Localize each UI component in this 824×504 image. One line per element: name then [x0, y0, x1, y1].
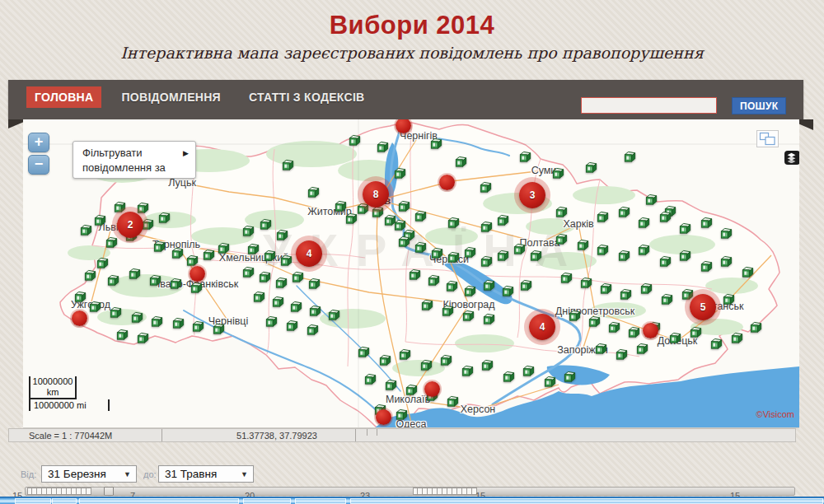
- report-marker[interactable]: [431, 247, 443, 259]
- report-marker[interactable]: [74, 291, 87, 303]
- report-marker[interactable]: [720, 255, 733, 268]
- report-marker[interactable]: [358, 346, 370, 358]
- report-marker[interactable]: [137, 202, 149, 214]
- date-from-select[interactable]: 31 Березня ▼: [41, 465, 137, 483]
- report-marker[interactable]: [497, 250, 509, 262]
- timeline-band[interactable]: [0, 497, 824, 504]
- report-marker[interactable]: [158, 212, 171, 224]
- report-marker[interactable]: [461, 365, 474, 377]
- report-marker[interactable]: [519, 151, 531, 163]
- report-cluster[interactable]: 4: [529, 314, 555, 340]
- report-marker[interactable]: [720, 227, 733, 240]
- report-marker[interactable]: [446, 280, 458, 292]
- report-marker[interactable]: [502, 285, 514, 297]
- report-marker[interactable]: [742, 266, 754, 278]
- report-marker[interactable]: [253, 291, 265, 303]
- search-button[interactable]: ПОШУК: [732, 97, 786, 114]
- report-cluster[interactable]: 3: [519, 182, 545, 208]
- report-marker[interactable]: [396, 408, 408, 421]
- report-marker[interactable]: [447, 251, 460, 264]
- report-marker[interactable]: [203, 249, 215, 261]
- report-marker[interactable]: [588, 315, 601, 328]
- report-marker[interactable]: [569, 310, 581, 322]
- report-marker[interactable]: [192, 320, 204, 333]
- report-marker[interactable]: [628, 326, 640, 338]
- report-marker[interactable]: [399, 348, 411, 361]
- report-marker[interactable]: [638, 244, 650, 256]
- report-marker[interactable]: [503, 371, 515, 383]
- report-marker[interactable]: [80, 224, 92, 236]
- report-marker[interactable]: [131, 311, 143, 324]
- report-marker[interactable]: [151, 315, 163, 328]
- report-marker[interactable]: [272, 296, 284, 308]
- report-marker[interactable]: [455, 156, 467, 168]
- filter-reports-menu[interactable]: Фільтрувати повідомлення за ▶: [73, 141, 196, 179]
- report-marker[interactable]: [442, 305, 454, 317]
- report-marker[interactable]: [616, 348, 628, 361]
- report-marker[interactable]: [640, 282, 653, 295]
- report-marker[interactable]: [560, 272, 573, 284]
- report-marker[interactable]: [595, 343, 607, 355]
- report-marker[interactable]: [577, 239, 589, 251]
- report-marker[interactable]: [286, 320, 298, 332]
- report-marker[interactable]: [379, 354, 391, 366]
- report-marker[interactable]: [723, 293, 735, 306]
- report-dot-marker[interactable]: [376, 409, 391, 425]
- report-marker[interactable]: [636, 343, 648, 355]
- report-marker[interactable]: [700, 217, 713, 229]
- report-marker[interactable]: [669, 332, 681, 344]
- report-marker[interactable]: [522, 365, 535, 377]
- report-marker[interactable]: [129, 268, 141, 280]
- report-marker[interactable]: [282, 159, 294, 171]
- report-marker[interactable]: [153, 240, 166, 253]
- report-cluster[interactable]: 2: [117, 212, 143, 238]
- report-marker[interactable]: [137, 332, 149, 344]
- report-marker[interactable]: [638, 217, 650, 229]
- report-marker[interactable]: [555, 206, 568, 218]
- report-marker[interactable]: [618, 250, 630, 262]
- report-marker[interactable]: [372, 206, 384, 218]
- report-marker[interactable]: [107, 274, 119, 287]
- report-marker[interactable]: [398, 236, 410, 248]
- report-dot-marker[interactable]: [643, 323, 658, 338]
- nav-item-0[interactable]: ГОЛОВНА: [26, 86, 101, 108]
- report-marker[interactable]: [409, 268, 421, 281]
- report-marker[interactable]: [335, 200, 347, 212]
- report-marker[interactable]: [608, 321, 620, 334]
- report-marker[interactable]: [309, 305, 321, 317]
- report-marker[interactable]: [700, 260, 713, 273]
- report-marker[interactable]: [142, 218, 154, 231]
- report-marker[interactable]: [428, 274, 440, 287]
- report-marker[interactable]: [462, 310, 475, 322]
- report-marker[interactable]: [414, 241, 427, 254]
- report-marker[interactable]: [242, 225, 255, 237]
- report-marker[interactable]: [260, 218, 272, 231]
- report-marker[interactable]: [580, 277, 592, 289]
- report-marker[interactable]: [464, 285, 476, 297]
- report-marker[interactable]: [405, 384, 418, 396]
- report-marker[interactable]: [170, 278, 182, 290]
- report-marker[interactable]: [624, 151, 636, 163]
- report-marker[interactable]: [349, 134, 361, 147]
- report-marker[interactable]: [430, 138, 442, 150]
- report-marker[interactable]: [480, 255, 493, 268]
- layers-button[interactable]: [784, 151, 799, 165]
- report-marker[interactable]: [247, 243, 260, 255]
- report-marker[interactable]: [659, 255, 672, 268]
- report-marker[interactable]: [308, 278, 321, 290]
- report-marker[interactable]: [464, 246, 476, 259]
- report-cluster[interactable]: 8: [363, 181, 389, 208]
- report-marker[interactable]: [385, 379, 397, 391]
- report-marker[interactable]: [620, 288, 632, 301]
- report-marker[interactable]: [94, 214, 106, 226]
- report-marker[interactable]: [114, 201, 126, 213]
- report-marker[interactable]: [750, 321, 762, 334]
- report-marker[interactable]: [116, 329, 129, 341]
- report-marker[interactable]: [731, 332, 743, 344]
- report-dot-marker[interactable]: [424, 381, 440, 397]
- report-marker[interactable]: [544, 376, 556, 388]
- report-dot-marker[interactable]: [190, 266, 205, 282]
- date-to-select[interactable]: 31 Травня ▼: [158, 465, 254, 483]
- report-marker[interactable]: [597, 211, 609, 223]
- report-marker[interactable]: [84, 269, 96, 282]
